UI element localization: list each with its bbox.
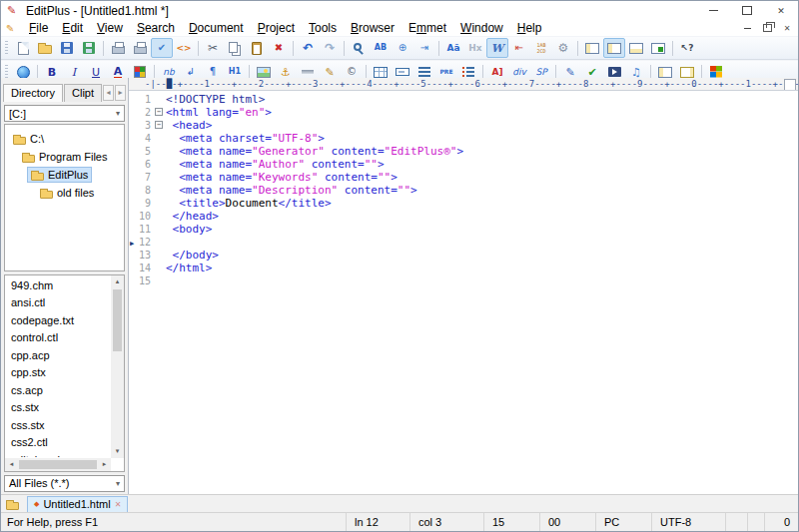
hex-viewer-button[interactable]: Hx xyxy=(464,38,486,58)
code-line[interactable]: 8 <meta name="Description" content=""> xyxy=(129,184,798,197)
toolbar-separator xyxy=(293,41,294,56)
toggle-browser-window-button[interactable] xyxy=(647,38,669,58)
tab-close-icon[interactable]: ✕ xyxy=(115,500,122,509)
tree-item-old-files[interactable]: old files xyxy=(5,184,124,202)
menu-search[interactable]: Search xyxy=(130,21,182,35)
sidebar-tab-directory[interactable]: Directory xyxy=(3,84,63,102)
code-line[interactable]: 9 <title>Document</title> xyxy=(129,197,798,210)
file-item-cs-stx[interactable]: cs.stx xyxy=(5,399,110,417)
file-item-editplus-chm[interactable]: editplus.chm xyxy=(5,452,110,457)
code-line[interactable]: 11 <body> xyxy=(129,223,798,236)
print-button[interactable] xyxy=(129,38,151,58)
context-help-button[interactable]: ↖? xyxy=(676,38,698,58)
line-numbers-button[interactable] xyxy=(530,38,552,58)
redo-button[interactable]: ↷ xyxy=(319,38,341,58)
tab-scroll-left-icon[interactable]: ◂ xyxy=(103,85,114,101)
file-item-cpp-acp[interactable]: cpp.acp xyxy=(5,347,110,365)
file-item-control-ctl[interactable]: control.ctl xyxy=(5,329,110,347)
preferences-button[interactable]: ⚙ xyxy=(552,38,574,58)
file-item-css2-ctl[interactable]: css2.ctl xyxy=(5,434,110,452)
code-line[interactable]: 1<!DOCTYPE html> xyxy=(129,93,798,106)
document-tab-untitled1[interactable]: ◆ Untitled1.html ✕ xyxy=(27,496,128,513)
code-line[interactable]: 5 <meta name="Generator" content="EditPl… xyxy=(129,145,798,158)
file-filter-selector[interactable]: All Files (*.*) ▾ xyxy=(4,475,125,492)
toggle-output-window-button[interactable] xyxy=(625,38,647,58)
tree-item-program-files[interactable]: Program Files xyxy=(5,148,124,166)
replace-button[interactable]: AB xyxy=(370,38,392,58)
spell-check-button[interactable]: ✔ xyxy=(151,38,173,58)
menu-help[interactable]: Help xyxy=(510,21,549,35)
code-line[interactable]: 10 </head> xyxy=(129,210,798,223)
menu-tools[interactable]: Tools xyxy=(302,21,344,35)
fold-gutter: − xyxy=(154,106,166,119)
mdi-minimize-button[interactable] xyxy=(738,22,756,35)
copy-button[interactable] xyxy=(224,38,246,58)
wrap-column-button[interactable]: ⇤ xyxy=(508,38,530,58)
menu-browser[interactable]: Browser xyxy=(344,21,401,35)
maximize-button[interactable] xyxy=(730,2,764,20)
tree-item-editplus[interactable]: EditPlus xyxy=(5,166,124,184)
cut-button[interactable]: ✂ xyxy=(202,38,224,58)
code-line[interactable]: 12▶ xyxy=(129,236,798,249)
undo-button[interactable]: ↶ xyxy=(297,38,319,58)
html-tags-button[interactable]: <> xyxy=(173,38,195,58)
scroll-down-icon[interactable]: ▾ xyxy=(111,445,124,458)
save-button[interactable] xyxy=(56,38,78,58)
close-button[interactable]: ✕ xyxy=(764,2,798,20)
menu-project[interactable]: Project xyxy=(251,21,302,35)
scroll-right-icon[interactable]: ▸ xyxy=(98,458,111,471)
file-item-codepage-txt[interactable]: codepage.txt xyxy=(5,312,110,330)
file-item-cpp-stx[interactable]: cpp.stx xyxy=(5,364,110,382)
tab-scroll-right-icon[interactable]: ▸ xyxy=(115,85,126,101)
code-line[interactable]: 2−<html lang="en"> xyxy=(129,106,798,119)
menu-window[interactable]: Window xyxy=(453,21,510,35)
scroll-left-icon[interactable]: ◂ xyxy=(5,458,18,471)
code-line[interactable]: 14</html> xyxy=(129,262,798,274)
tab-folder-icon[interactable] xyxy=(6,502,19,510)
file-item-949-chm[interactable]: 949.chm xyxy=(5,277,110,295)
go-to-line-button[interactable]: ⇥ xyxy=(413,38,435,58)
save-all-button[interactable] xyxy=(78,38,100,58)
menu-document[interactable]: Document xyxy=(182,21,251,35)
code-line[interactable]: 7 <meta name="Keywords" content=""> xyxy=(129,171,798,184)
menu-edit[interactable]: Edit xyxy=(55,21,90,35)
file-item-css-stx[interactable]: css.stx xyxy=(5,417,110,435)
drive-selector[interactable]: [C:] ▾ xyxy=(4,105,125,122)
fold-collapse-icon[interactable]: − xyxy=(155,121,163,129)
file-item-ansi-ctl[interactable]: ansi.ctl xyxy=(5,294,110,312)
code-line[interactable]: 13 </body> xyxy=(129,249,798,262)
vscrollbar-thumb[interactable] xyxy=(113,289,122,351)
file-item-cs-acp[interactable]: cs.acp xyxy=(5,382,110,400)
menu-emmet[interactable]: Emmet xyxy=(401,21,453,35)
mdi-restore-button[interactable] xyxy=(758,22,776,35)
change-case-button[interactable]: Aā xyxy=(442,38,464,58)
print-preview-button[interactable] xyxy=(107,38,129,58)
toggle-directory-window-button[interactable] xyxy=(581,38,603,58)
code-line[interactable]: 15 xyxy=(129,274,798,287)
menu-file[interactable]: File xyxy=(22,21,55,35)
open-file-button[interactable] xyxy=(34,38,56,58)
minimize-button[interactable] xyxy=(696,2,730,20)
code-area[interactable]: 1<!DOCTYPE html>2−<html lang="en">3− <he… xyxy=(129,91,798,495)
hscrollbar-thumb[interactable] xyxy=(19,460,97,469)
toggle-cliptext-window-button[interactable] xyxy=(603,38,625,58)
code-line[interactable]: 6 <meta name="Author" content=""> xyxy=(129,158,798,171)
code-line[interactable]: 4 <meta charset="UTF-8"> xyxy=(129,132,798,145)
paste-button[interactable] xyxy=(246,38,268,58)
file-list-hscrollbar[interactable]: ◂ ▸ xyxy=(5,458,111,471)
tree-item-c-[interactable]: C:\ xyxy=(5,130,124,148)
scroll-up-icon[interactable]: ▴ xyxy=(111,275,124,288)
fold-collapse-icon[interactable]: − xyxy=(155,108,163,116)
find-button[interactable] xyxy=(348,38,370,58)
file-list: 949.chmansi.ctlcodepage.txtcontrol.ctlcp… xyxy=(4,274,125,472)
menu-view[interactable]: View xyxy=(90,21,130,35)
mdi-close-button[interactable]: ✕ xyxy=(778,22,796,35)
toolbar-grip[interactable] xyxy=(5,41,8,56)
word-wrap-button[interactable]: W xyxy=(486,38,508,58)
file-list-vscrollbar[interactable]: ▴ ▾ xyxy=(111,275,124,458)
code-line[interactable]: 3− <head> xyxy=(129,119,798,132)
find-in-files-button[interactable]: ⊕ xyxy=(392,38,413,58)
sidebar-tab-clipt[interactable]: Clipt xyxy=(64,84,102,102)
new-document-button[interactable] xyxy=(12,38,34,58)
delete-button[interactable]: ✖ xyxy=(268,38,290,58)
